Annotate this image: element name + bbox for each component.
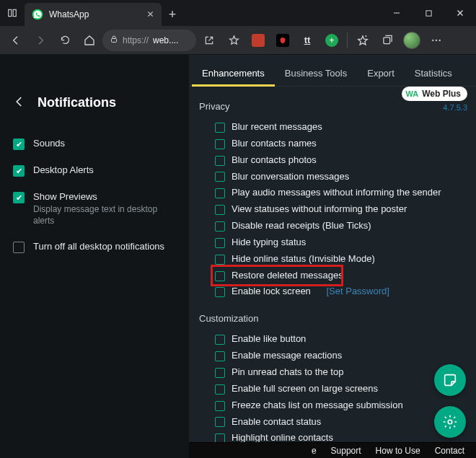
window-titlebar: WhatsApp + [0,0,476,26]
tab-enhancements[interactable]: Enhancements [192,62,275,86]
brand-version: 4.7.5.3 [402,103,467,112]
window-close-button[interactable] [444,0,476,26]
opt-reactions[interactable]: Enable message reactions [215,348,466,364]
opt-restore-deleted[interactable]: Restore deleted messages [215,268,466,284]
tab-actions-icon[interactable] [0,0,25,26]
sticker-fab[interactable] [434,364,466,396]
opt-full-screen[interactable]: Enable full screen on large screens [215,381,466,397]
tab-business-tools[interactable]: Business Tools [275,62,357,86]
svg-point-7 [436,39,437,40]
checkbox-icon[interactable] [215,368,225,378]
checkbox-icon[interactable] [215,139,225,149]
open-external-icon[interactable] [198,29,221,52]
checkbox-icon[interactable] [215,351,225,361]
checkbox-icon[interactable] [215,287,225,297]
extension-shield-icon[interactable] [271,29,294,52]
toolbar-divider [347,32,348,48]
footer-support[interactable]: Support [331,446,361,456]
opt-view-status[interactable]: View statuses without informing the post… [215,201,466,218]
checkbox-desktop-alerts[interactable] [13,165,25,177]
group-title-customization: Customization [199,313,466,324]
footer-contact[interactable]: Contact [435,446,464,456]
opt-blur-conversation[interactable]: Blur conversation messages [215,169,466,185]
setting-label: Desktop Alerts [33,164,94,175]
settings-panel: Notifications Sounds Desktop Alerts Show… [0,55,189,458]
opt-hide-online[interactable]: Hide online status (Invisible Mode) [215,251,466,268]
extension-red-icon[interactable] [247,29,270,52]
checkbox-icon[interactable] [215,221,225,232]
checkbox-icon[interactable] [215,238,225,248]
tab-statistics[interactable]: Statistics [405,62,462,86]
setting-show-previews[interactable]: Show Previews Display message text in de… [10,184,179,234]
setting-label: Sounds [33,138,65,149]
checkbox-icon[interactable] [215,172,225,182]
opt-play-audio[interactable]: Play audio messages without informing th… [215,185,466,201]
tab-export[interactable]: Export [357,62,405,86]
nav-refresh-button[interactable] [53,29,76,52]
footer-item[interactable]: e [312,446,317,456]
nav-home-button[interactable] [78,29,101,52]
checkbox-icon[interactable] [215,156,225,166]
lock-icon [110,35,118,45]
customization-options: Enable like button Enable message reacti… [199,331,466,458]
checkbox-icon[interactable] [215,417,225,427]
setting-turn-off-all[interactable]: Turn off all desktop notifications [10,234,179,260]
opt-pin-unread[interactable]: Pin unread chats to the top [215,364,466,381]
settings-back-icon[interactable] [13,95,26,110]
setting-label: Show Previews [33,191,176,202]
browser-toolbar: https://web.... tt + [0,26,476,55]
extension-panel: Enhancements Business Tools Export Stati… [189,55,476,458]
svg-rect-4 [112,39,117,43]
window-minimize-button[interactable] [381,0,413,26]
collections-icon[interactable] [376,29,399,52]
new-tab-button[interactable]: + [162,3,183,26]
checkbox-turn-off-all[interactable] [13,242,25,253]
settings-fab[interactable] [434,406,466,438]
opt-blur-names[interactable]: Blur contacts names [215,136,466,152]
checkbox-icon[interactable] [215,401,225,411]
opt-disable-receipts[interactable]: Disable read receipts (Blue Ticks) [215,218,466,234]
opt-blur-photos[interactable]: Blur contacts photos [215,152,466,169]
checkbox-icon[interactable] [215,188,225,198]
setting-sounds[interactable]: Sounds [10,131,179,157]
opt-freeze-list[interactable]: Freeze chats list on message submission [215,397,466,414]
footer-howto[interactable]: How to Use [376,446,420,456]
setting-desktop-alerts[interactable]: Desktop Alerts [10,157,179,184]
extension-tabs: Enhancements Business Tools Export Stati… [189,55,476,87]
favorites-icon[interactable] [351,29,374,52]
tab-close-icon[interactable] [146,9,154,20]
nav-back-button[interactable] [4,29,27,52]
profile-avatar[interactable] [400,29,423,52]
opt-contact-status[interactable]: Enable contact status [215,414,466,431]
checkbox-icon[interactable] [215,271,225,281]
app-body: Notifications Sounds Desktop Alerts Show… [0,55,476,458]
url-host: web.... [153,35,178,45]
more-menu-icon[interactable] [425,29,448,52]
checkbox-icon[interactable] [215,205,225,215]
privacy-options: Blur recent messages Blur contacts names… [199,119,466,300]
checkbox-icon[interactable] [215,255,225,265]
set-password-link[interactable]: [Set Password] [326,285,389,299]
nav-forward-button[interactable] [29,29,52,52]
svg-rect-3 [426,10,431,15]
extension-plus-icon[interactable]: + [320,29,343,52]
checkbox-sounds[interactable] [13,138,25,150]
brand-prefix: WA [405,89,418,98]
checkbox-show-previews[interactable] [13,192,25,203]
checkbox-icon[interactable] [215,384,225,395]
browser-tab-whatsapp[interactable]: WhatsApp [25,3,162,26]
extension-text-icon[interactable]: tt [296,29,319,52]
checkbox-icon[interactable] [215,335,225,345]
opt-blur-recent[interactable]: Blur recent messages [215,119,466,136]
svg-rect-0 [9,9,12,16]
checkbox-icon[interactable] [215,123,225,133]
brand-pill[interactable]: WA Web Plus [402,87,467,101]
tab-title: WhatsApp [49,9,141,19]
favorite-star-icon[interactable] [222,29,245,52]
opt-like-button[interactable]: Enable like button [215,331,466,348]
svg-point-6 [432,39,433,40]
opt-hide-typing[interactable]: Hide typing status [215,234,466,251]
url-bar[interactable]: https://web.... [102,30,196,51]
opt-lock-screen[interactable]: Enable lock screen [Set Password] [215,283,466,300]
window-maximize-button[interactable] [413,0,444,26]
